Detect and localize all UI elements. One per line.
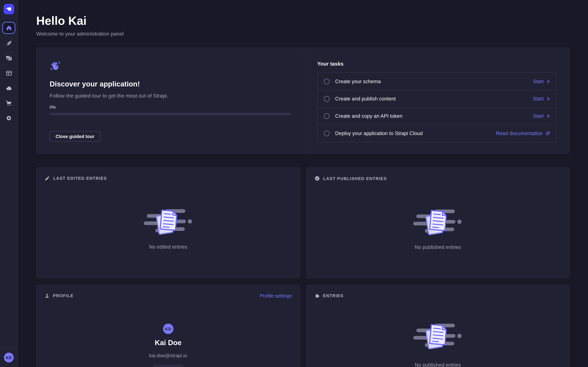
task-action-label: Start [533, 78, 544, 84]
sidebar-divider [0, 348, 18, 349]
external-link-icon [545, 131, 550, 136]
sidebar-nav [0, 18, 18, 122]
profile-role-badge [153, 365, 183, 367]
task-action-label: Start [533, 113, 544, 119]
task-row: Deploy your application to Strapi Cloud … [318, 125, 556, 142]
pencil-icon [44, 175, 50, 181]
tasks-list: Create your schema Start Create and publ… [317, 72, 557, 142]
waving-hand-icon [50, 60, 61, 71]
progress-bar [50, 113, 291, 115]
widget-title: LAST PUBLISHED ENTRIES [323, 176, 387, 181]
widget-title: PROFILE [53, 293, 74, 298]
task-action-label: Read documentation [496, 131, 543, 136]
empty-documents-illustration [413, 320, 462, 353]
task-action-label: Start [533, 96, 544, 102]
sidebar-item-content-manager[interactable] [5, 40, 12, 47]
chevron-right-icon [546, 114, 550, 118]
page-title: Hello Kai [36, 14, 570, 27]
widget-title: LAST EDITED ENTRIES [53, 176, 107, 181]
empty-state-text: No published entries [415, 362, 461, 367]
last-edited-entries-widget: LAST EDITED ENTRIES No edited entries [36, 167, 300, 278]
cart-icon [5, 100, 12, 107]
home-icon [6, 25, 12, 31]
sidebar-item-home[interactable] [2, 22, 15, 34]
sidebar-item-marketplace[interactable] [5, 100, 12, 107]
task-read-documentation-link[interactable]: Read documentation [496, 131, 550, 136]
task-row: Create your schema Start [318, 73, 556, 90]
task-start-link[interactable]: Start [533, 96, 550, 102]
guided-tour-title: Discover your application! [50, 80, 291, 88]
guided-tour-card: Discover your application! Follow the gu… [36, 48, 570, 154]
task-row: Create and copy an API token Start [318, 107, 556, 125]
user-avatar[interactable]: KD [4, 353, 14, 362]
main-content: Hello Kai Welcome to your administration… [18, 0, 588, 367]
profile-email: kai.doe@strapi.io [149, 353, 187, 359]
page-header: Hello Kai Welcome to your administration… [36, 0, 570, 44]
task-status-circle-icon [324, 113, 330, 119]
check-circle-icon [314, 175, 320, 181]
task-status-circle-icon [324, 131, 330, 136]
strapi-logo-icon[interactable] [4, 4, 14, 14]
gear-icon [5, 115, 12, 122]
close-guided-tour-button[interactable]: Close guided tour [50, 131, 100, 142]
entries-widget: ENTRIES No published entries [306, 285, 570, 367]
strapi-admin-dashboard: KD Hello Kai Welcome to your administrat… [0, 0, 588, 367]
empty-documents-illustration [144, 206, 193, 239]
task-start-link[interactable]: Start [533, 113, 550, 119]
feather-icon [5, 40, 12, 47]
sidebar-item-media-library[interactable] [5, 54, 12, 62]
task-status-circle-icon [324, 78, 330, 84]
task-label: Deploy your application to Strapi Cloud [335, 131, 423, 136]
task-label: Create your schema [335, 78, 381, 84]
empty-state-text: No published entries [415, 244, 461, 250]
profile-name: Kai Doe [155, 339, 182, 347]
logo-container [0, 0, 18, 18]
page-subtitle: Welcome to your administration panel [36, 31, 570, 37]
profile-avatar: KD [163, 324, 173, 334]
sidebar-item-cloud[interactable] [5, 84, 12, 92]
images-icon [5, 54, 12, 62]
progress-label: 0% [50, 105, 291, 110]
task-status-circle-icon [324, 96, 330, 102]
chevron-right-icon [546, 79, 550, 83]
chevron-right-icon [546, 97, 550, 101]
widget-title: ENTRIES [323, 293, 344, 298]
person-icon [44, 293, 50, 298]
empty-state-text: No edited entries [149, 244, 187, 250]
sidebar: KD [0, 0, 18, 367]
widgets-row: LAST EDITED ENTRIES No edited entries LA… [36, 167, 570, 278]
cloud-icon [5, 84, 12, 92]
tasks-title: Your tasks [317, 61, 557, 67]
layout-icon [5, 70, 12, 76]
task-label: Create and copy an API token [335, 113, 402, 119]
your-tasks-pane: Your tasks Create your schema Start Crea… [304, 48, 569, 153]
last-published-entries-widget: LAST PUBLISHED ENTRIES No published entr… [306, 167, 570, 278]
guided-tour-subtitle: Follow the guided tour to get the most o… [50, 93, 291, 99]
profile-widget: PROFILE Profile settings KD Kai Doe kai.… [36, 285, 300, 367]
puzzle-icon [314, 293, 320, 299]
sidebar-item-settings[interactable] [5, 115, 12, 122]
empty-documents-illustration [413, 206, 462, 239]
task-row: Create and publish content Start [318, 90, 556, 107]
sidebar-item-content-type-builder[interactable] [5, 69, 12, 77]
task-label: Create and publish content [335, 96, 396, 102]
guided-tour-pane: Discover your application! Follow the gu… [37, 48, 304, 153]
profile-settings-link[interactable]: Profile settings [260, 293, 292, 299]
widgets-row: PROFILE Profile settings KD Kai Doe kai.… [36, 285, 570, 367]
task-start-link[interactable]: Start [533, 78, 550, 84]
